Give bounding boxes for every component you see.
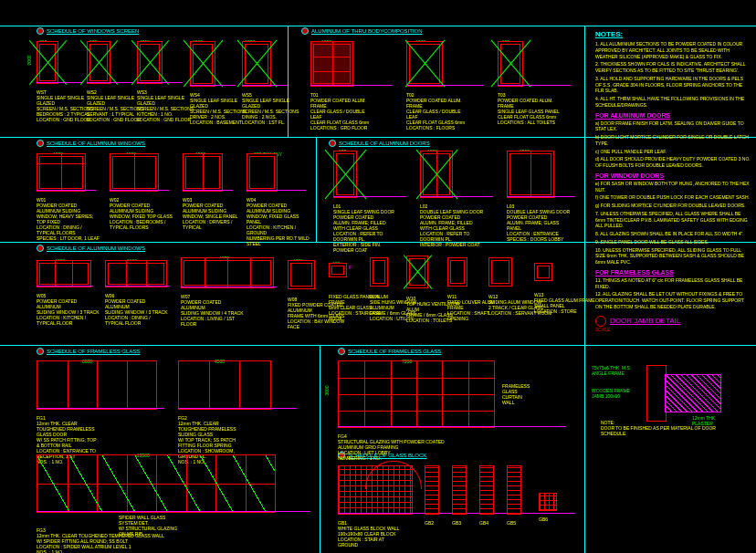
rule-v [320, 345, 320, 553]
cell-gb1: GB1 WHITE GLASS BLOCK WALL 190x190x80 CL… [338, 465, 413, 548]
cell-fg3: 12000 SPIDER WALL GLASS SYSTEM DET. W/ S… [37, 454, 276, 553]
cell-gb3: GB3 [452, 465, 467, 526]
cell-w13: W13 FIXED GLASS ALUM FRAME SMALL PANEL L… [534, 263, 595, 314]
rule-v [316, 137, 317, 242]
cell-fg4: 7200 3600 FRAMELESS GLASS CURTAIN WALL F… [338, 360, 495, 461]
cell-l03: 1500 L03 DOUBLE LEAF SWING DOOR POWDER C… [507, 151, 571, 242]
section-title: SCHEDULE OF WINDOWS SCREEN [37, 27, 139, 35]
cell-gb2: GB2 [425, 465, 439, 526]
cell-l02: 1000 L02 DOUBLE LEAF SWING DOOR POWDER C… [420, 151, 484, 247]
cell-w05: 1800 W05 POWDER COATED ALUMINUM SLIDING … [37, 260, 100, 326]
cell-w03: 1200 W03 POWDER COATED ALUMINUM SLIDING … [183, 153, 247, 230]
cell-t02: 1200 T02 POWDER COATED ALUM. FRAME CLEAR… [406, 41, 470, 130]
cell-w02: 1500 W02 POWDER COATED ALUMINUM SLIDING … [110, 153, 173, 230]
cell-l01: 800 L01 SINGLE LEAF SWING DOOR POWDER CO… [333, 151, 397, 253]
notes-subhead: FOR WINDOW DOORS [595, 172, 751, 179]
cell-fg2: 4500 FG2 12mm THK. CLEAR TOUGHENED FRAME… [178, 360, 271, 464]
cell-w04: 900 THK ANY W04 POWDER COATED ALUMINUM S… [247, 153, 310, 246]
rule-h [0, 26, 756, 26]
section-title: SCHEDULE OF ALUMINUM WINDOWS [37, 140, 145, 147]
section-title: ALUMINUM OF THRU BODYCOMPOSITION [301, 27, 423, 35]
cell-ws5: 1200 WS5 SINGLE LEAF SINGLE GLAZED SCREE… [242, 41, 306, 125]
section-title: SCHEDULE OF FRAMELESS GLASS [338, 348, 441, 355]
section-title: SCHEDULE OF FRAMELESS GLASS [37, 348, 140, 355]
notes-subhead: FOR ALUMINUM DOORS [595, 112, 751, 119]
cell-t03: 900 T03 POWDER COATED ALUM. FRAME SINGLE… [498, 41, 562, 125]
cell-t01: 1500 T01 POWDER COATED ALUM. FRAME CLEAR… [310, 41, 374, 130]
cell-w07: 4200 W07 POWDER COATED ALUMINUM SLIDING … [181, 257, 274, 327]
section-title: SCHEDULE OF ALUMINUM WINDOWS [37, 245, 145, 252]
section-title: SCHEDULE OF ALUMINUM DOORS [329, 140, 430, 147]
cad-sheet: SCHEDULE OF WINDOWS SCREEN ALUMINUM OF T… [0, 0, 756, 553]
notes-block: NOTES: 1. ALL ALUMINIUM SECTIONS TO BE P… [595, 27, 751, 332]
jamb-detail-title: DOOR JAMB DETAIL [595, 316, 751, 327]
door-jamb-detail: 75x75x6 THK. M.S. ANGLE FRAME WOODEN FRA… [628, 365, 738, 438]
notes-title: NOTES: [595, 30, 751, 38]
cell-gb6: GB6 [539, 493, 557, 522]
cell-fg1: 6000 FG1 12mm THK. CLEAR TOUGHENED FRAME… [37, 360, 157, 464]
cell-gb5: GB5 [507, 465, 521, 526]
rule-h [0, 345, 756, 346]
notes-subhead: FOR FRAMELESS GLASS [595, 269, 751, 276]
cell-w01: 1500 W01 POWDER COATED ALUMINUM SLIDING … [37, 153, 100, 241]
cell-w06: 2100 W06 POWDER COATED ALUMINUM SLIDING … [105, 260, 169, 326]
cell-gb4: GB4 [479, 465, 494, 526]
